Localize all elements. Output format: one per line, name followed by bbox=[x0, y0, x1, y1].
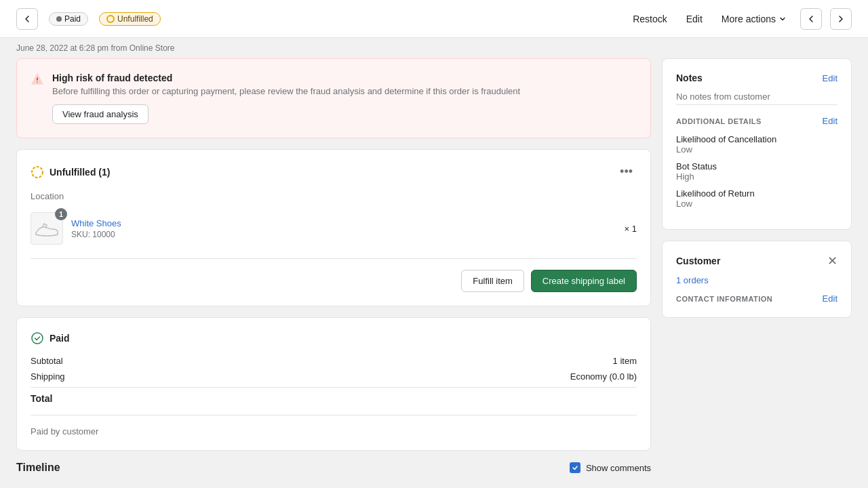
unfulfilled-badge: Unfulfilled bbox=[99, 12, 161, 26]
timeline-header: Timeline Show comments bbox=[16, 462, 651, 474]
paid-title: Paid bbox=[50, 333, 70, 344]
notes-card: Notes Edit No notes from customer ADDITI… bbox=[662, 58, 852, 230]
shipping-label: Shipping bbox=[31, 371, 65, 382]
unfulfilled-more-button[interactable]: ••• bbox=[616, 163, 637, 180]
paid-by: Paid by customer bbox=[31, 415, 637, 436]
additional-details-edit-button[interactable]: Edit bbox=[823, 116, 837, 126]
fulfill-item-button[interactable]: Fulfill item bbox=[461, 270, 524, 292]
top-bar-left: Paid Unfulfilled bbox=[16, 8, 161, 30]
paid-header: Paid bbox=[31, 331, 637, 345]
order-subtitle: June 28, 2022 at 6:28 pm from Online Sto… bbox=[0, 38, 868, 58]
customer-title: Customer bbox=[676, 256, 720, 266]
location-label: Location bbox=[31, 191, 637, 201]
fraud-description: Before fulfilling this order or capturin… bbox=[52, 86, 520, 96]
timeline-section: Timeline Show comments bbox=[16, 462, 651, 482]
return-detail-row: Likelihood of Return Low bbox=[676, 188, 837, 209]
notes-edit-button[interactable]: Edit bbox=[823, 73, 837, 83]
left-column: High risk of fraud detected Before fulfi… bbox=[16, 58, 651, 482]
bot-status-value: High bbox=[676, 171, 837, 182]
restock-button[interactable]: Restock bbox=[627, 9, 673, 28]
show-comments-label: Show comments bbox=[586, 463, 651, 473]
create-shipping-label-button[interactable]: Create shipping label bbox=[531, 270, 637, 292]
product-info: White Shoes SKU: 10000 bbox=[71, 218, 616, 239]
return-label: Likelihood of Return bbox=[676, 188, 837, 199]
unfulfilled-title: Unfulfilled (1) bbox=[50, 167, 110, 178]
contact-title: CONTACT INFORMATION bbox=[676, 295, 772, 303]
paid-card: Paid Subtotal 1 item Shipping Economy (0… bbox=[16, 317, 651, 451]
svg-point-0 bbox=[37, 81, 38, 83]
right-column: Notes Edit No notes from customer ADDITI… bbox=[662, 58, 852, 482]
unfulfilled-status-icon bbox=[31, 165, 44, 179]
customer-orders-count[interactable]: 1 orders bbox=[676, 275, 837, 285]
timeline-title: Timeline bbox=[16, 462, 60, 474]
contact-edit-button[interactable]: Edit bbox=[823, 293, 837, 304]
product-quantity-badge: 1 bbox=[55, 208, 67, 220]
fraud-warning-icon bbox=[31, 73, 44, 124]
contact-information-header: CONTACT INFORMATION Edit bbox=[676, 293, 837, 304]
shipping-value: Economy (0.0 lb) bbox=[570, 371, 637, 382]
additional-details-header: ADDITIONAL DETAILS Edit bbox=[676, 104, 837, 126]
more-actions-label: More actions bbox=[722, 14, 776, 24]
fraud-title: High risk of fraud detected bbox=[52, 73, 520, 83]
bot-status-label: Bot Status bbox=[676, 161, 837, 171]
paid-check-icon bbox=[31, 331, 44, 345]
back-button[interactable] bbox=[16, 8, 38, 30]
cancellation-value: Low bbox=[676, 144, 837, 155]
shipping-row: Shipping Economy (0.0 lb) bbox=[31, 371, 637, 382]
total-row: Total bbox=[31, 387, 637, 404]
fraud-content: High risk of fraud detected Before fulfi… bbox=[52, 73, 520, 124]
nav-next-button[interactable] bbox=[830, 8, 852, 30]
unfulfilled-card: Unfulfilled (1) ••• Location 1 White bbox=[16, 149, 651, 306]
subtotal-label: Subtotal bbox=[31, 356, 63, 366]
main-layout: High risk of fraud detected Before fulfi… bbox=[0, 58, 868, 488]
unfulfilled-header: Unfulfilled (1) ••• bbox=[31, 163, 637, 180]
product-name-link[interactable]: White Shoes bbox=[71, 218, 121, 228]
cancellation-detail-row: Likelihood of Cancellation Low bbox=[676, 134, 837, 155]
notes-header: Notes Edit bbox=[676, 73, 837, 83]
product-image-container: 1 bbox=[31, 212, 63, 245]
more-actions-button[interactable]: More actions bbox=[716, 9, 792, 28]
unfulfilled-title-group: Unfulfilled (1) bbox=[31, 165, 110, 179]
subtotal-value: 1 item bbox=[613, 356, 637, 366]
no-notes-text: No notes from customer bbox=[676, 92, 837, 102]
additional-details-title: ADDITIONAL DETAILS bbox=[676, 117, 762, 125]
svg-point-2 bbox=[32, 333, 43, 344]
chevron-left-icon bbox=[806, 14, 816, 24]
bot-status-detail-row: Bot Status High bbox=[676, 161, 837, 182]
total-label: Total bbox=[31, 393, 52, 404]
top-bar-right: Restock Edit More actions bbox=[627, 8, 852, 30]
subtotal-row: Subtotal 1 item bbox=[31, 356, 637, 366]
checkbox-check-icon bbox=[572, 464, 578, 471]
view-fraud-analysis-button[interactable]: View fraud analysis bbox=[52, 104, 149, 124]
product-quantity-display: × 1 bbox=[625, 224, 637, 234]
show-comments-checkbox[interactable] bbox=[570, 462, 580, 473]
customer-close-button[interactable]: ✕ bbox=[827, 255, 837, 267]
product-sku: SKU: 10000 bbox=[71, 230, 616, 239]
show-comments-group: Show comments bbox=[570, 462, 651, 473]
shoe-thumbnail-icon bbox=[33, 218, 60, 239]
cancellation-label: Likelihood of Cancellation bbox=[676, 134, 837, 144]
fraud-alert-card: High risk of fraud detected Before fulfi… bbox=[16, 58, 651, 138]
chevron-right-icon bbox=[835, 14, 846, 24]
svg-point-1 bbox=[32, 167, 43, 178]
unfulfilled-actions: Fulfill item Create shipping label bbox=[31, 258, 637, 292]
customer-header: Customer ✕ bbox=[676, 255, 837, 267]
nav-prev-button[interactable] bbox=[800, 8, 822, 30]
top-bar: Paid Unfulfilled Restock Edit More actio… bbox=[0, 0, 868, 38]
product-row: 1 White Shoes SKU: 10000 × 1 bbox=[31, 212, 637, 245]
notes-title: Notes bbox=[676, 73, 703, 83]
return-value: Low bbox=[676, 199, 837, 209]
paid-badge: Paid bbox=[49, 12, 88, 26]
edit-button[interactable]: Edit bbox=[681, 9, 708, 28]
chevron-down-icon bbox=[778, 15, 787, 23]
customer-card: Customer ✕ 1 orders CONTACT INFORMATION … bbox=[662, 241, 852, 318]
